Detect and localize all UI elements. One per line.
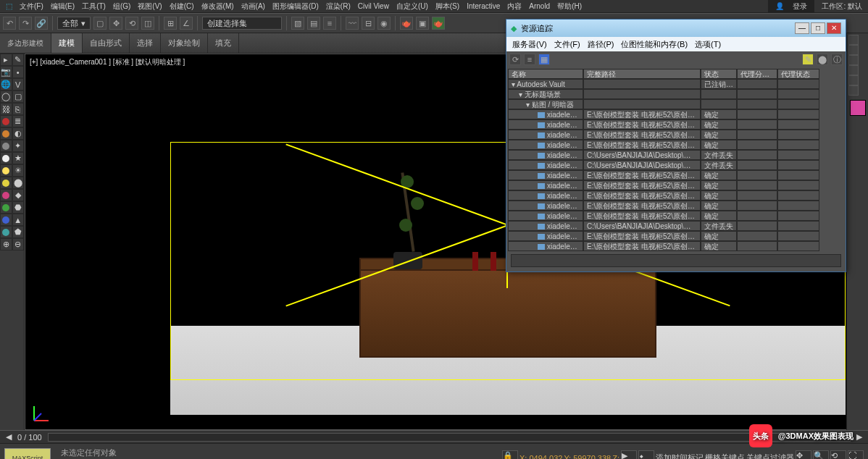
lt-dot-icon[interactable]: • <box>12 66 25 78</box>
angle-snap-icon[interactable]: ∠ <box>180 17 193 30</box>
status-icon[interactable]: ⬤ <box>817 54 828 65</box>
menu-file[interactable]: 文件(F) <box>17 1 46 12</box>
highlight-icon[interactable]: ✎ <box>802 54 814 65</box>
tree-icon[interactable]: ≡ <box>524 54 535 65</box>
move-icon[interactable]: ✥ <box>109 17 122 30</box>
menu-modifier[interactable]: 修改器(M) <box>199 1 237 12</box>
lt-yel-icon[interactable] <box>0 177 12 189</box>
dlg-menu-options[interactable]: 选项(T) <box>695 39 721 50</box>
maxscript-button[interactable]: MAXScript <box>4 448 51 459</box>
menu-civil[interactable]: Civil View <box>355 1 392 11</box>
login-button[interactable]: 👤登录 <box>768 0 814 13</box>
menu-render[interactable]: 渲染(R) <box>323 1 354 12</box>
cmd-motion-tab[interactable] <box>848 65 859 75</box>
lt-sun-icon[interactable] <box>0 164 12 177</box>
link-icon[interactable]: 🔗 <box>35 17 48 30</box>
close-button[interactable]: ✕ <box>827 22 841 34</box>
redo-icon[interactable]: ↷ <box>19 17 32 30</box>
info-icon[interactable]: ⓘ <box>831 54 843 65</box>
ribbon-tab-modeling[interactable]: 建模 <box>51 33 83 53</box>
lt-ico10[interactable]: ☀ <box>12 164 25 177</box>
menu-tools[interactable]: 工具(T) <box>79 1 109 12</box>
schematic-icon[interactable]: ⊟ <box>362 17 375 30</box>
select-icon[interactable]: ▢ <box>93 17 107 30</box>
dialog-titlebar[interactable]: ◆ 资源追踪 — □ ✕ <box>506 20 846 37</box>
asset-row[interactable]: xiadele_12_1... E:\原创模型套装 电视柜52\原创模型套装 电… <box>508 109 844 119</box>
cmd-create-tab[interactable] <box>848 35 859 45</box>
menu-help[interactable]: 帮助(H) <box>554 1 585 12</box>
menu-create[interactable]: 创建(C) <box>167 1 197 12</box>
tree-row[interactable]: ▾ Autodesk Vault 已注销 (信... <box>508 79 844 89</box>
asset-row[interactable]: xiadele_a02a... E:\原创模型套装 电视柜52\原创模型套装 电… <box>508 170 844 180</box>
ribbon-tab-freeform[interactable]: 自由形式 <box>83 33 130 53</box>
nav-zoom-icon[interactable]: 🔍 <box>813 450 829 460</box>
lt-select-icon[interactable]: ▸ <box>0 54 12 66</box>
lt-ico14[interactable]: ▲ <box>12 214 25 226</box>
lt-orange-icon[interactable] <box>0 127 12 140</box>
filter-dropdown[interactable]: 全部 ▾ <box>57 17 91 30</box>
tree-row[interactable]: ▾ 贴图 / 明暗器 <box>508 99 844 109</box>
app-icon[interactable]: ⬚ <box>3 1 15 11</box>
curve-editor-icon[interactable]: 〰 <box>346 17 359 30</box>
lt-ring-icon[interactable]: ◯ <box>0 90 12 103</box>
cmd-util-tab[interactable] <box>848 85 859 96</box>
nav-max-icon[interactable]: ⛶ <box>848 450 864 460</box>
lt-blue-icon[interactable] <box>0 214 12 226</box>
scale-icon[interactable]: ◫ <box>141 17 154 30</box>
snap-icon[interactable]: ⊞ <box>164 17 177 30</box>
lt-ico13[interactable]: ⬣ <box>12 201 25 214</box>
asset-row[interactable]: xiadele_xx.jpg E:\原创模型套装 电视柜52\原创模型套装 电.… <box>508 241 844 251</box>
asset-row[interactable]: xiadele_2016... C:\Users\BANJIAJIA\Deskt… <box>508 150 844 160</box>
asset-row[interactable]: xiadele_14_4... E:\原创模型套装 电视柜52\原创模型套装 电… <box>508 119 844 130</box>
asset-row[interactable]: xiadele_14_F... E:\原创模型套装 电视柜52\原创模型套装 电… <box>508 140 844 150</box>
ribbon-tab-objpaint[interactable]: 对象绘制 <box>161 33 208 53</box>
lt-brush-icon[interactable]: ✎ <box>12 54 25 66</box>
dialog-path-input[interactable] <box>511 254 841 267</box>
dlg-menu-bitmap[interactable]: 位图性能和内存(B) <box>621 39 688 50</box>
col-path[interactable]: 完整路径 <box>583 69 701 79</box>
lt-ico7[interactable]: ◐ <box>12 127 25 140</box>
lt-ico17[interactable]: ⊖ <box>12 238 25 250</box>
menu-edit[interactable]: 编辑(E) <box>48 1 78 12</box>
material-editor-icon[interactable]: ◉ <box>377 17 391 30</box>
lt-copy-icon[interactable]: ⎘ <box>12 103 25 115</box>
asset-row[interactable]: xiadele_js00... E:\原创模型套装 电视柜52\原创模型套装 电… <box>508 201 844 211</box>
nav-orbit-icon[interactable]: ⟲ <box>830 450 846 460</box>
lt-v-icon[interactable]: V <box>12 78 25 90</box>
lt-red-icon[interactable] <box>0 115 12 127</box>
render-setup-icon[interactable]: 🫖 <box>400 17 413 30</box>
menu-script[interactable]: 脚本(S) <box>433 1 462 12</box>
table-icon[interactable]: ▦ <box>538 54 550 65</box>
lt-layer-icon[interactable]: ≣ <box>12 115 25 127</box>
timeline-track[interactable] <box>48 433 851 442</box>
next-frame-icon[interactable]: ▶ <box>856 432 862 442</box>
key-filter[interactable]: 关键点过滤器 <box>746 452 794 459</box>
cmd-hier-tab[interactable] <box>848 55 859 65</box>
asset-row[interactable]: xiadele_TR_1... E:\原创模型套装 电视柜52\原创模型套装 电… <box>508 231 844 241</box>
render-icon[interactable]: 🫖 <box>432 17 445 30</box>
undo-icon[interactable]: ↶ <box>3 17 16 30</box>
menu-anim[interactable]: 动画(A) <box>238 1 268 12</box>
menu-content[interactable]: 内容 <box>504 1 525 12</box>
prev-key-icon[interactable]: ◀ <box>6 432 12 442</box>
lt-green-icon[interactable] <box>0 201 12 214</box>
timeline[interactable]: ◀ 0 / 100 ▶ <box>0 430 868 443</box>
nav-pan-icon[interactable]: ✥ <box>796 450 811 460</box>
minimize-button[interactable]: — <box>795 22 809 34</box>
menu-grapheditor[interactable]: 图形编辑器(D) <box>270 1 322 12</box>
menu-interactive[interactable]: Interactive <box>464 1 503 11</box>
key-icon[interactable]: ⬥ <box>638 450 654 460</box>
play-icon[interactable]: ▶ <box>621 450 637 460</box>
align-icon[interactable]: ▤ <box>307 17 320 30</box>
cmd-modify-tab[interactable] <box>848 45 859 55</box>
object-color-swatch[interactable] <box>850 100 866 116</box>
asset-row[interactable]: xiadele_542f... C:\Users\BANJIAJIA\Deskt… <box>508 160 844 170</box>
lt-ico12[interactable]: ◆ <box>12 189 25 201</box>
menu-custom[interactable]: 自定义(U) <box>393 1 431 12</box>
ribbon-tab-fill[interactable]: 填充 <box>208 33 239 53</box>
col-pstat[interactable]: 代理状态 <box>777 69 819 79</box>
menu-view[interactable]: 视图(V) <box>135 1 164 12</box>
ribbon-tab-select[interactable]: 选择 <box>130 33 161 53</box>
lt-ico9[interactable]: ★ <box>12 152 25 164</box>
asset-row[interactable]: xiadele_Conc... E:\原创模型套装 电视柜52\原创模型套装 电… <box>508 180 844 190</box>
